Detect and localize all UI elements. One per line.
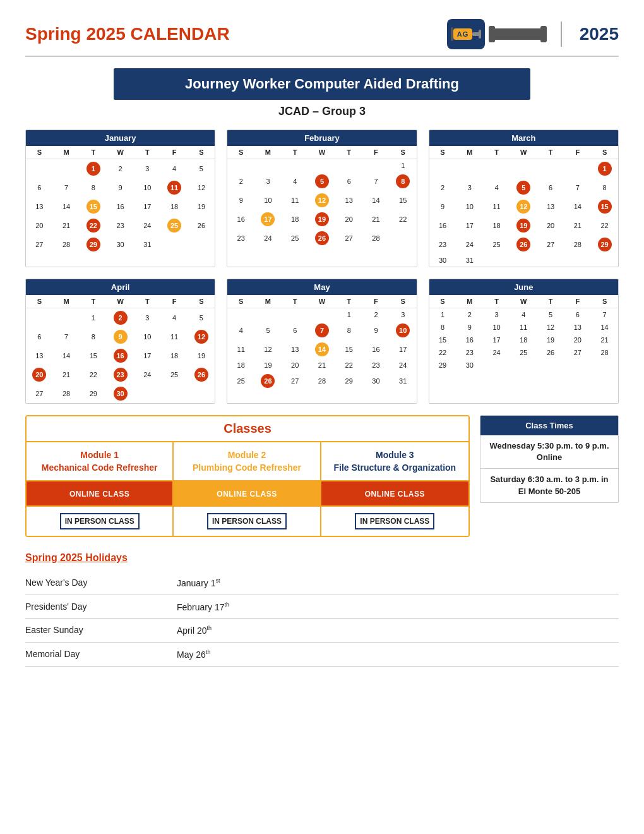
cal-weekday: S (26, 146, 53, 159)
cal-weekday: S (591, 146, 618, 159)
cal-day: 13 (282, 340, 309, 359)
cal-day: 21 (309, 359, 336, 372)
cal-day: 20 (537, 216, 564, 235)
cal-weekday: T (282, 146, 309, 159)
svg-text:AG: AG (456, 30, 468, 38)
cal-day: 23 (362, 359, 390, 372)
class-day: 22 (86, 219, 100, 233)
cal-day: 20 (335, 210, 362, 229)
cal-weekday: S (26, 295, 53, 308)
cal-day: 2 (107, 159, 134, 179)
cal-day: 7 (591, 308, 618, 322)
cal-weekday: T (483, 295, 510, 308)
cal-weekday: S (188, 295, 215, 308)
cal-day (510, 359, 537, 372)
cal-day: 8 (335, 321, 362, 340)
cal-day (537, 159, 564, 179)
cal-day: 20 (26, 216, 53, 235)
online-cell-2: ONLINE CLASS (174, 481, 321, 505)
cal-day: 11 (161, 178, 188, 197)
cal-day: 27 (26, 384, 53, 403)
cal-day: 13 (335, 191, 362, 210)
holiday-day: 17 (261, 212, 275, 226)
cal-day (362, 159, 390, 172)
holidays-section: Spring 2025 Holidays New Year's DayJanua… (25, 552, 619, 667)
cal-day (309, 308, 336, 322)
cal-day: 8 (591, 178, 618, 197)
inperson-label-2: IN PERSON CLASS (207, 513, 287, 529)
cal-day: 8 (429, 321, 456, 334)
cal-day: 23 (107, 365, 134, 384)
cal-day: 3 (390, 308, 417, 322)
cal-day (282, 308, 309, 322)
cal-day: 22 (80, 365, 107, 384)
cal-weekday: T (335, 295, 362, 308)
cal-day: 19 (537, 334, 564, 346)
class-day: 23 (114, 368, 128, 382)
online-label-3: ONLINE CLASS (365, 490, 425, 499)
cal-day (188, 235, 215, 254)
cal-day (591, 359, 618, 372)
cal-day: 24 (254, 229, 282, 248)
cal-day: 6 (564, 308, 591, 322)
cal-day: 12 (254, 340, 282, 359)
cal-header-april: April (26, 279, 215, 295)
page-title: Spring 2025 CALENDAR (25, 24, 230, 44)
times-row-1: Wednesday 5:30 p.m. to 9 p.m. Online (480, 435, 618, 469)
cal-day: 12 (188, 178, 215, 197)
inperson-cell-3: IN PERSON CLASS (321, 507, 468, 536)
cal-day (254, 308, 282, 322)
classes-box: Classes Module 1 Mechanical Code Refresh… (25, 415, 470, 537)
calendar-april: AprilSMTWTFS1234567891011121314151617181… (25, 279, 215, 404)
class-day: 26 (261, 374, 275, 388)
cal-header-march: March (429, 130, 618, 146)
cal-day: 3 (134, 308, 161, 328)
holiday-day: 12 (315, 193, 329, 207)
cal-day: 6 (335, 172, 362, 191)
cal-day: 28 (309, 372, 336, 390)
class-day: 30 (114, 387, 128, 401)
online-cell-1: ONLINE CLASS (27, 481, 174, 505)
cal-day: 19 (510, 216, 537, 235)
cal-weekday: T (80, 295, 107, 308)
inperson-cell-2: IN PERSON CLASS (174, 507, 321, 536)
cal-day (591, 254, 618, 267)
logo-icon: AG (447, 19, 485, 49)
cal-day: 26 (188, 365, 215, 384)
holiday-day: 12 (516, 200, 530, 214)
cal-day (564, 359, 591, 372)
cal-day: 12 (309, 191, 336, 210)
cal-day (510, 159, 537, 179)
holiday-date: January 1st (177, 577, 220, 588)
class-day: 26 (516, 238, 530, 251)
cal-weekday: T (80, 146, 107, 159)
cal-weekday: T (537, 295, 564, 308)
class-day: 1 (598, 162, 612, 176)
cal-weekday: W (510, 295, 537, 308)
cal-day: 3 (134, 159, 161, 179)
cal-weekday: S (390, 295, 417, 308)
cal-day: 27 (335, 229, 362, 248)
section-subtitle: JCAD – Group 3 (25, 105, 619, 118)
cal-day: 30 (456, 359, 483, 372)
cal-day: 13 (537, 197, 564, 216)
cal-day (254, 159, 282, 172)
cal-day: 24 (134, 216, 161, 235)
cal-day: 16 (429, 216, 456, 235)
cal-day: 16 (362, 340, 390, 359)
cal-day: 16 (107, 197, 134, 216)
holiday-name: Easter Sunday (25, 625, 177, 636)
cal-day: 25 (161, 216, 188, 235)
cal-day: 2 (429, 178, 456, 197)
header-year: 2025 (580, 24, 619, 44)
cal-day: 26 (188, 216, 215, 235)
cal-header-june: June (429, 279, 618, 295)
online-label-1: ONLINE CLASS (69, 490, 129, 499)
holiday-day: 15 (86, 200, 100, 214)
cal-day: 1 (429, 308, 456, 322)
cal-day: 17 (134, 346, 161, 365)
holiday-name: Memorial Day (25, 649, 177, 660)
cal-day: 26 (254, 372, 282, 390)
holiday-date: February 17th (177, 601, 229, 612)
cal-day: 8 (80, 327, 107, 346)
